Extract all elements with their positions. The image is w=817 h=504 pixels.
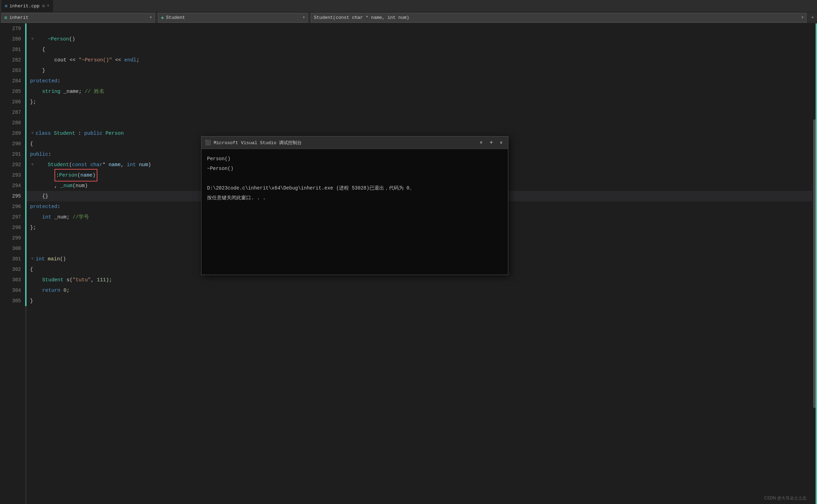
tab-bar: ⊞ inherit.cpp ⊡ × — [0, 0, 817, 12]
scope-arrow-1: ▼ — [150, 16, 152, 20]
editor-container: 279 280 281 282 283 284 285 286 287 288 … — [0, 23, 817, 504]
gutter-305: 305 — [3, 296, 21, 306]
gutter-282: 282 — [3, 55, 21, 65]
code-line-283: } — [27, 65, 812, 76]
gutter-288: 288 — [3, 118, 21, 128]
terminal-window: ⬛ Microsoft Visual Studio 调试控制台 × + ∨ Pe… — [201, 136, 508, 275]
code-line-304: return 0; — [27, 285, 812, 296]
watermark: CSDN @大耳朵土土志 — [764, 495, 807, 501]
scope-arrow-3: ▼ — [801, 16, 803, 20]
gutter-283: 283 — [3, 65, 21, 76]
right-strip-green — [816, 23, 817, 504]
red-box-highlight: :Person(name) — [54, 169, 97, 181]
code-line-282: cout << "~Person()" << endl; — [27, 55, 812, 65]
scope-dropdown-2[interactable]: ❖ Student ▼ — [158, 13, 308, 23]
scrollbar-track[interactable] — [812, 23, 817, 504]
gutter-303: 303 — [3, 275, 21, 285]
scope-text-3: Student(const char * name, int num) — [314, 15, 409, 20]
collapse-292[interactable]: ▽ — [30, 160, 35, 170]
gutter-297: 297 — [3, 212, 21, 222]
terminal-line-2: ~Person() — [207, 164, 502, 173]
gutter-304: 304 — [3, 285, 21, 296]
gutter-285: 285 — [3, 86, 21, 97]
scope-dropdown-3[interactable]: Student(const char * name, int num) ▼ — [311, 13, 807, 23]
file-icon: ⊞ — [5, 3, 7, 9]
line-number-gutter: 279 280 281 282 283 284 285 286 287 288 … — [0, 23, 25, 504]
tab-filename: inherit.cpp — [9, 3, 39, 9]
gutter-279: 279 — [3, 23, 21, 34]
collapse-289[interactable]: ▽ — [30, 128, 35, 139]
gutter-287: 287 — [3, 107, 21, 118]
gutter-301: 301 — [3, 254, 21, 264]
terminal-chevron-button[interactable]: ∨ — [498, 139, 505, 146]
gutter-289: 289 — [3, 128, 21, 139]
terminal-app-icon: ⬛ — [205, 140, 211, 146]
nav-bar: ⊞ inherit ▼ ❖ Student ▼ Student(const ch… — [0, 12, 817, 23]
gutter-295: 295 — [3, 191, 21, 201]
code-line-305: } — [27, 296, 812, 306]
nav-plus-button[interactable]: + — [808, 15, 817, 21]
code-line-281: { — [27, 44, 812, 55]
gutter-299: 299 — [3, 233, 21, 243]
terminal-close-button[interactable]: × — [478, 139, 485, 146]
code-line-288 — [27, 118, 812, 128]
scope-icon-1: ⊞ — [5, 15, 7, 21]
scope-text-2: Student — [166, 15, 185, 20]
gutter-294: 294 — [3, 180, 21, 191]
gutter-296: 296 — [3, 201, 21, 212]
gutter-286: 286 — [3, 97, 21, 107]
terminal-output: Person() ~Person() D:\2023code.c\inherit… — [201, 149, 508, 275]
gutter-284: 284 — [3, 76, 21, 86]
gutter-290: 290 — [3, 139, 21, 149]
scope-text-1: inherit — [9, 15, 29, 20]
gutter-292: 292 — [3, 160, 21, 170]
tab-close-button[interactable]: × — [47, 3, 49, 8]
terminal-titlebar: ⬛ Microsoft Visual Studio 调试控制台 × + ∨ — [201, 136, 508, 149]
gutter-280: 280 — [3, 34, 21, 44]
terminal-plus-button[interactable]: + — [487, 139, 495, 147]
code-line-287 — [27, 107, 812, 118]
gutter-298: 298 — [3, 222, 21, 233]
terminal-title: Microsoft Visual Studio 调试控制台 — [214, 140, 475, 146]
code-line-286: }; — [27, 97, 812, 107]
gutter-281: 281 — [3, 44, 21, 55]
code-line-284: protected: — [27, 76, 812, 86]
code-line-303: Student s("tutu", 111); — [27, 275, 812, 285]
tab-pin-icon: ⊡ — [42, 3, 45, 9]
gutter-300: 300 — [3, 243, 21, 254]
terminal-line-4: 按任意键关闭此窗口. . . — [207, 193, 502, 203]
code-line-279 — [27, 23, 812, 34]
scope-arrow-2: ▼ — [303, 16, 305, 20]
scope-icon-2: ❖ — [161, 15, 164, 21]
gutter-293: 293 — [3, 170, 21, 180]
code-line-280: ▽ ~Person() — [27, 34, 812, 44]
gutter-302: 302 — [3, 264, 21, 275]
file-tab[interactable]: ⊞ inherit.cpp ⊡ × — [1, 0, 53, 12]
collapse-280[interactable]: ▽ — [30, 34, 35, 44]
code-editor[interactable]: ▽ ~Person() { cout << "~Person()" << end… — [27, 23, 812, 504]
scope-dropdown-1[interactable]: ⊞ inherit ▼ — [1, 13, 155, 23]
gutter-291: 291 — [3, 149, 21, 160]
code-line-285: string _name; // 姓名 — [27, 86, 812, 97]
terminal-line-3: D:\2023code.c\inherit\x64\Debug\inherit.… — [207, 183, 502, 193]
terminal-blank-1 — [207, 173, 502, 183]
collapse-301[interactable]: ▽ — [30, 254, 35, 264]
terminal-line-1: Person() — [207, 154, 502, 164]
